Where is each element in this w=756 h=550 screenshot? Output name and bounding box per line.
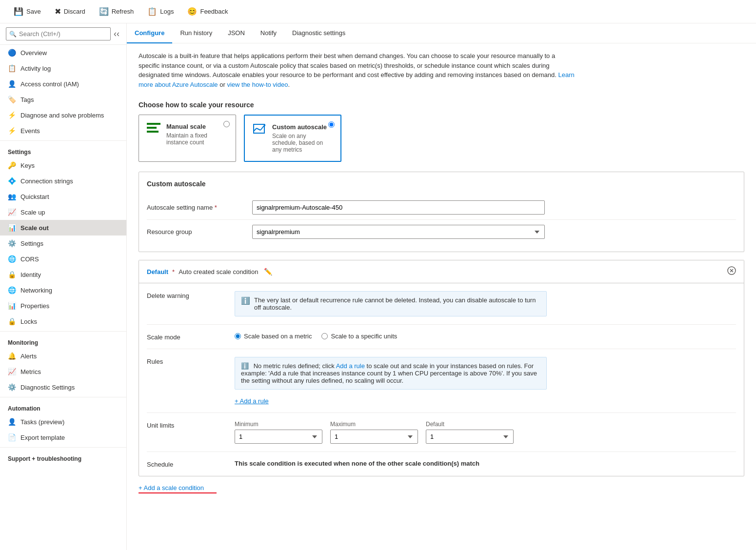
manual-scale-radio[interactable] (223, 121, 230, 129)
tab-json[interactable]: JSON (220, 23, 253, 43)
scale-mode-metric-option[interactable]: Scale based on a metric (235, 333, 312, 340)
discard-button[interactable]: ✖ Discard (49, 4, 91, 19)
resource-group-row: Resource group signalrpremium (147, 220, 736, 244)
sidebar-item-settings[interactable]: ⚙️ Settings (0, 236, 126, 251)
sidebar-item-scale-up[interactable]: 📈 Scale up (0, 204, 126, 220)
collapse-sidebar-button[interactable]: ‹‹ (111, 28, 122, 40)
sidebar-item-export-template[interactable]: 📄 Export template (0, 430, 126, 445)
manual-scale-card[interactable]: Manual scale Maintain a fixed instance c… (139, 115, 236, 162)
save-button[interactable]: 💾 Save (8, 4, 47, 19)
tab-bar: Configure Run history JSON Notify Diagno… (127, 23, 756, 43)
scale-condition-header: Default * Auto created scale condition ✏… (139, 260, 744, 283)
condition-title: Auto created scale condition (179, 268, 258, 275)
autoscale-name-input[interactable] (252, 200, 545, 215)
refresh-icon: 🔄 (99, 7, 109, 16)
logs-button[interactable]: 📋 Logs (141, 4, 179, 19)
feedback-button[interactable]: 😊 Feedback (181, 4, 234, 19)
default-select[interactable]: 1 (426, 430, 514, 444)
autoscale-name-row: Autoscale setting name * (147, 196, 736, 219)
custom-autoscale-card[interactable]: Custom autoscale Scale on any schedule, … (244, 115, 341, 162)
sidebar-item-networking[interactable]: 🌐 Networking (0, 282, 126, 298)
maximum-item: Maximum 1 (330, 421, 418, 444)
events-icon: ⚡ (8, 127, 16, 135)
custom-autoscale-radio[interactable] (328, 121, 335, 129)
scale-cards: Manual scale Maintain a fixed instance c… (139, 115, 744, 162)
refresh-button[interactable]: 🔄 Refresh (93, 4, 140, 19)
sidebar-item-properties[interactable]: 📊 Properties (0, 298, 126, 314)
sidebar-item-diagnose[interactable]: ⚡ Diagnose and solve problems (0, 107, 126, 123)
scale-condition-body: Delete warning ℹ️ The very last or defau… (139, 283, 744, 476)
support-section-label: Support + troubleshooting (0, 450, 126, 464)
add-rule-link[interactable]: Add a rule (336, 362, 365, 370)
svg-rect-3 (254, 124, 264, 133)
scale-out-icon: 📊 (8, 224, 16, 232)
main-layout: 🔍 ‹‹ 🔵 Overview 📋 Activity log 👤 Access … (0, 23, 756, 550)
unit-limit-row: Minimum 1 Maximum 1 (235, 421, 514, 444)
settings-section-label: Settings (0, 143, 126, 157)
required-star: * (215, 204, 217, 211)
add-rule-btn[interactable]: + Add a rule (235, 397, 269, 405)
sidebar-item-cors[interactable]: 🌐 CORS (0, 251, 126, 267)
logs-icon: 📋 (147, 7, 157, 16)
properties-icon: 📊 (8, 302, 16, 310)
unit-limits-label: Unit limits (147, 421, 225, 429)
schedule-text: This scale condition is executed when no… (235, 460, 479, 467)
tab-diagnostic-settings[interactable]: Diagnostic settings (284, 23, 353, 43)
metrics-icon: 📈 (8, 368, 16, 375)
sidebar-item-access-control[interactable]: 👤 Access control (IAM) (0, 76, 126, 92)
unit-limits: Minimum 1 Maximum 1 (235, 421, 514, 444)
sidebar-item-keys[interactable]: 🔑 Keys (0, 157, 126, 173)
unit-limits-row: Unit limits Minimum 1 Maxim (147, 413, 736, 452)
svg-rect-0 (147, 123, 160, 125)
tab-run-history[interactable]: Run history (172, 23, 220, 43)
scale-mode-row: Scale mode Scale based on a metric Scale… (147, 325, 736, 349)
condition-required-star: * (172, 268, 175, 275)
manual-scale-radio-input[interactable] (223, 121, 230, 127)
delete-condition-icon[interactable] (727, 266, 736, 277)
scale-mode-label: Scale mode (147, 333, 225, 341)
tab-configure[interactable]: Configure (127, 23, 172, 43)
add-scale-condition-button[interactable]: + Add a scale condition (139, 484, 204, 491)
sidebar-item-events[interactable]: ⚡ Events (0, 123, 126, 138)
info-icon: ℹ️ (241, 296, 250, 311)
scale-mode-units-radio[interactable] (321, 333, 328, 339)
main-content: Configure Run history JSON Notify Diagno… (127, 23, 756, 550)
sidebar-item-tags[interactable]: 🏷️ Tags (0, 92, 126, 107)
resource-group-select[interactable]: signalrpremium (252, 225, 545, 239)
sidebar-item-connection-strings[interactable]: 💠 Connection strings (0, 173, 126, 189)
delete-warning-row: Delete warning ℹ️ The very last or defau… (147, 283, 736, 325)
sidebar-item-scale-out[interactable]: 📊 Scale out (0, 220, 126, 236)
delete-warning-label: Delete warning (147, 291, 225, 299)
custom-autoscale-radio-input[interactable] (328, 121, 335, 128)
networking-icon: 🌐 (8, 286, 16, 294)
settings-icon: ⚙️ (8, 239, 16, 247)
scale-mode-units-option[interactable]: Scale to a specific units (321, 333, 397, 340)
discard-icon: ✖ (55, 7, 61, 16)
search-input[interactable] (6, 27, 111, 40)
scale-mode-metric-radio[interactable] (235, 333, 241, 339)
maximum-select[interactable]: 1 (330, 430, 418, 444)
connection-strings-icon: 💠 (8, 177, 16, 185)
sidebar-item-identity[interactable]: 🔒 Identity (0, 267, 126, 282)
tab-notify[interactable]: Notify (253, 23, 284, 43)
sidebar-item-tasks[interactable]: 👤 Tasks (preview) (0, 414, 126, 430)
maximum-label: Maximum (330, 421, 418, 428)
custom-autoscale-icon (253, 123, 266, 138)
sidebar-item-overview[interactable]: 🔵 Overview (0, 45, 126, 60)
sidebar-item-locks[interactable]: 🔒 Locks (0, 314, 126, 329)
sidebar-item-metrics[interactable]: 📈 Metrics (0, 364, 126, 379)
minimum-select[interactable]: 1 (235, 430, 322, 444)
sidebar-item-quickstart[interactable]: 👥 Quickstart (0, 189, 126, 204)
default-item: Default 1 (426, 421, 514, 444)
how-to-video-link[interactable]: view the how-to video (227, 81, 288, 88)
sidebar-item-activity-log[interactable]: 📋 Activity log (0, 60, 126, 76)
diag-settings-icon: ⚙️ (8, 383, 16, 391)
sidebar-item-alerts[interactable]: 🔔 Alerts (0, 348, 126, 364)
tags-icon: 🏷️ (8, 96, 16, 103)
scale-condition: Default * Auto created scale condition ✏… (139, 260, 744, 476)
edit-condition-icon[interactable]: ✏️ (264, 268, 272, 275)
cors-icon: 🌐 (8, 255, 16, 263)
automation-section-label: Automation (0, 399, 126, 414)
sidebar-item-diagnostic-settings[interactable]: ⚙️ Diagnostic Settings (0, 379, 126, 395)
scale-section-title: Choose how to scale your resource (139, 101, 744, 109)
